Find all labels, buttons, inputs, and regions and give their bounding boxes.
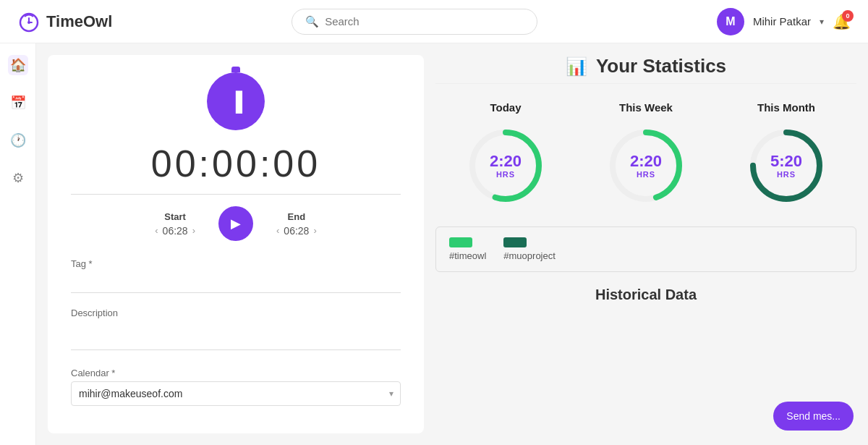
start-next-arrow[interactable]: › bbox=[192, 225, 195, 236]
bell-badge: 0 bbox=[842, 10, 854, 22]
circle-center: 2:20 HRS bbox=[630, 153, 662, 179]
calendar-select-wrapper: mihir@makeuseof.com ▾ bbox=[71, 381, 401, 406]
stats-icon: 📊 bbox=[566, 56, 587, 77]
stat-period: This Month bbox=[757, 101, 815, 114]
tag-input[interactable] bbox=[71, 272, 401, 293]
logo-text: TimeOwl bbox=[46, 12, 112, 31]
right-panel: 📊 Your Statistics Today 2:20 HRS This We… bbox=[424, 43, 868, 445]
circle-unit: HRS bbox=[770, 170, 802, 179]
play-button[interactable]: ▶ bbox=[218, 206, 253, 241]
username: Mihir Patkar bbox=[753, 15, 811, 27]
stat-item-today: Today 2:20 HRS bbox=[462, 101, 549, 209]
end-time-selector: End ‹ 06:28 › bbox=[276, 211, 317, 237]
stat-item-this-week: This Week 2:20 HRS bbox=[603, 101, 689, 209]
calendar-group: Calendar * mihir@makeuseof.com ▾ bbox=[71, 368, 401, 406]
tag-group: Tag * bbox=[71, 258, 401, 293]
chat-button[interactable]: Send mes... bbox=[773, 402, 854, 431]
legend-color-swatch bbox=[449, 237, 472, 247]
legend-item: #timeowl bbox=[449, 237, 486, 261]
end-label: End bbox=[288, 211, 306, 222]
stat-period: This Week bbox=[619, 101, 673, 114]
stats-circles: Today 2:20 HRS This Week 2:20 HRS This M… bbox=[435, 101, 856, 209]
logo-icon bbox=[17, 10, 41, 33]
sidebar-item-settings[interactable]: ⚙ bbox=[8, 168, 28, 188]
sidebar-item-calendar[interactable]: 📅 bbox=[8, 93, 28, 113]
circle-unit: HRS bbox=[490, 170, 522, 179]
timer-circle: ▐ bbox=[207, 72, 265, 130]
stat-item-this-month: This Month 5:20 HRS bbox=[743, 101, 830, 209]
end-value: 06:28 bbox=[284, 225, 309, 237]
sidebar-item-history[interactable]: 🕐 bbox=[8, 130, 28, 151]
logo: TimeOwl bbox=[17, 10, 112, 33]
historical-title: Historical Data bbox=[435, 287, 856, 303]
circle-value: 2:20 bbox=[490, 153, 522, 170]
search-icon: 🔍 bbox=[305, 15, 319, 28]
timer-controls: Start ‹ 06:28 › ▶ End ‹ 06:28 › bbox=[71, 206, 401, 241]
calendar-label: Calendar * bbox=[71, 368, 401, 378]
calendar-select[interactable]: mihir@makeuseof.com bbox=[71, 381, 401, 406]
end-prev-arrow[interactable]: ‹ bbox=[276, 225, 279, 236]
circle-chart: 2:20 HRS bbox=[462, 122, 549, 209]
circle-chart: 5:20 HRS bbox=[743, 122, 830, 209]
sidebar: 🏠 📅 🕐 ⚙ bbox=[0, 43, 36, 445]
legend-color-row bbox=[449, 237, 486, 247]
content: ▐ 00:00:00 Start ‹ 06:28 › bbox=[36, 43, 868, 445]
start-label: Start bbox=[164, 211, 186, 222]
timer-circle-wrapper: ▐ bbox=[71, 72, 401, 130]
tag-label: Tag * bbox=[71, 258, 401, 269]
legend-color-swatch bbox=[503, 237, 527, 247]
search-bar[interactable]: 🔍 bbox=[292, 9, 537, 35]
stats-title: Your Statistics bbox=[596, 55, 726, 77]
header: TimeOwl 🔍 M Mihir Patkar ▾ 🔔 0 bbox=[0, 0, 868, 43]
description-label: Description bbox=[71, 308, 401, 318]
legend-label: #muoproject bbox=[503, 250, 556, 261]
legend-box: #timeowl #muoproject bbox=[435, 226, 856, 272]
search-input[interactable] bbox=[325, 15, 524, 27]
legend-label: #timeowl bbox=[449, 250, 486, 261]
stats-header: 📊 Your Statistics bbox=[435, 55, 856, 77]
start-time-selector: Start ‹ 06:28 › bbox=[155, 211, 195, 237]
stat-period: Today bbox=[490, 101, 521, 114]
sidebar-item-home[interactable]: 🏠 bbox=[8, 55, 28, 75]
chevron-down-icon[interactable]: ▾ bbox=[820, 17, 824, 27]
left-panel: ▐ 00:00:00 Start ‹ 06:28 › bbox=[48, 55, 424, 433]
circle-chart: 2:20 HRS bbox=[603, 122, 689, 209]
legend-item: #muoproject bbox=[503, 237, 556, 261]
stats-divider bbox=[435, 83, 856, 84]
bell-wrapper[interactable]: 🔔 0 bbox=[833, 13, 851, 30]
timer-divider bbox=[71, 194, 401, 195]
timer-display: 00:00:00 bbox=[71, 142, 401, 185]
end-next-arrow[interactable]: › bbox=[313, 225, 316, 236]
circle-value: 5:20 bbox=[770, 153, 802, 170]
timer-icon: ▐ bbox=[229, 92, 242, 111]
circle-center: 2:20 HRS bbox=[490, 153, 522, 179]
legend-color-row bbox=[503, 237, 556, 247]
circle-unit: HRS bbox=[630, 170, 662, 179]
user-area: M Mihir Patkar ▾ 🔔 0 bbox=[717, 8, 851, 35]
description-input[interactable] bbox=[71, 321, 401, 350]
description-group: Description bbox=[71, 308, 401, 353]
start-prev-arrow[interactable]: ‹ bbox=[155, 225, 158, 236]
circle-value: 2:20 bbox=[630, 153, 662, 170]
circle-center: 5:20 HRS bbox=[770, 153, 802, 179]
start-value: 06:28 bbox=[163, 225, 188, 237]
avatar: M bbox=[717, 8, 744, 35]
